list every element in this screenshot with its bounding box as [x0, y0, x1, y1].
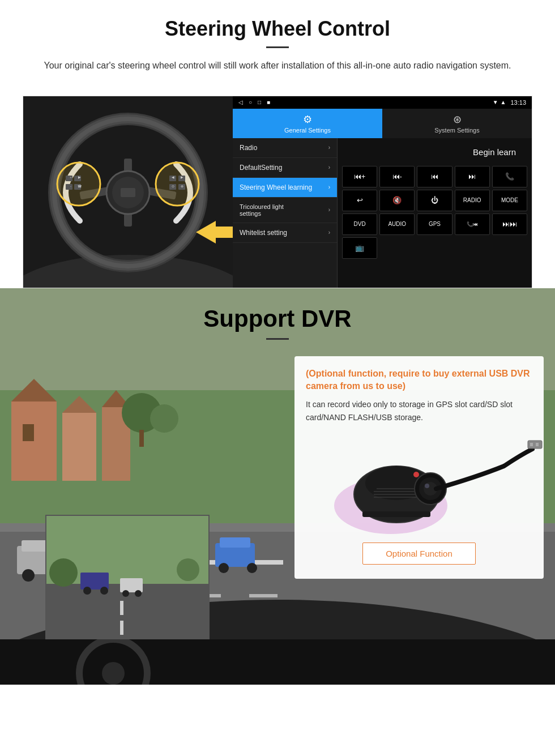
- dvr-body-text: It can record video only to storage in G…: [306, 398, 532, 424]
- dvr-background: Support DVR: [0, 288, 555, 685]
- svg-point-56: [219, 563, 229, 573]
- ctrl-mode[interactable]: MODE: [492, 190, 527, 211]
- status-time: 13:13: [510, 99, 526, 106]
- dvr-optional-text: (Optional function, require to buy exter…: [306, 368, 532, 393]
- svg-point-57: [247, 563, 257, 573]
- android-tabs: ⚙ General Settings ⊛ System Settings: [233, 109, 532, 138]
- svg-point-63: [22, 569, 35, 582]
- dvr-camera-visual: [306, 432, 532, 534]
- svg-rect-72: [120, 621, 123, 635]
- dvr-camera-svg: [306, 432, 544, 534]
- svg-text:⊕: ⊕: [181, 185, 183, 188]
- dvr-divider: [266, 338, 289, 340]
- dvr-section: Support DVR: [0, 288, 555, 685]
- signal-icon: ▲: [501, 99, 506, 105]
- ctrl-gps[interactable]: GPS: [417, 213, 452, 235]
- tab-general[interactable]: ⚙ General Settings: [233, 109, 382, 138]
- android-screen: ◁ ○ □ ■ ▼ ▲ 13:13 ⚙ General Settings ⊛ S…: [233, 96, 532, 288]
- controls-grid: ⏮+ ⏮- ⏮ ⏭ 📞 ↩ 🔇 ⏻ RADIO MODE DVD AUDIO G…: [342, 166, 527, 259]
- general-settings-icon: ⚙: [303, 113, 312, 126]
- tricoloured-chevron-icon: ›: [328, 207, 330, 213]
- menu-item-default[interactable]: DefaultSetting ›: [233, 158, 337, 178]
- ctrl-phone-prev[interactable]: 📞⏮: [455, 213, 490, 235]
- menu-tricoloured-label: Tricoloured lightsettings: [240, 203, 284, 217]
- steering-section: Steering Wheel Control Your original car…: [0, 0, 555, 96]
- default-chevron-icon: ›: [328, 164, 330, 170]
- menu-item-radio[interactable]: Radio ›: [233, 138, 337, 158]
- dvr-preview-screen: [45, 515, 210, 639]
- ctrl-phone[interactable]: 📞: [492, 166, 527, 187]
- svg-rect-35: [23, 424, 34, 441]
- ctrl-next-next[interactable]: ⏭⏭: [492, 213, 527, 235]
- svg-point-77: [122, 590, 129, 597]
- svg-rect-41: [139, 430, 144, 447]
- controls-panel: Begin learn ⏮+ ⏮- ⏮ ⏭ 📞 ↩ 🔇 ⏻ RADIO MODE…: [338, 138, 532, 288]
- menu-default-label: DefaultSetting: [240, 164, 282, 172]
- svg-point-78: [135, 590, 142, 597]
- svg-rect-96: [362, 511, 430, 517]
- svg-text:⊙: ⊙: [172, 185, 174, 188]
- svg-text:+: +: [70, 176, 72, 179]
- ctrl-vol-up[interactable]: ⏮+: [342, 166, 377, 187]
- nav-back-icon[interactable]: ◁: [238, 99, 243, 105]
- svg-rect-76: [120, 578, 143, 592]
- svg-point-21: [156, 163, 199, 206]
- ctrl-radio[interactable]: RADIO: [455, 190, 490, 211]
- svg-text:▶: ▶: [78, 176, 81, 179]
- steering-chevron-icon: ›: [328, 184, 330, 190]
- nav-recents-icon[interactable]: □: [258, 99, 261, 105]
- ctrl-vol-down[interactable]: ⏮-: [379, 166, 415, 187]
- dvr-title-overlay: Support DVR: [0, 288, 555, 345]
- svg-rect-11: [121, 188, 135, 197]
- svg-text:▶: ▶: [181, 176, 183, 179]
- nav-home-icon[interactable]: ○: [249, 99, 252, 105]
- svg-point-91: [425, 484, 429, 488]
- tab-system-label: System Settings: [434, 127, 479, 134]
- system-settings-icon: ⊛: [453, 113, 462, 126]
- begin-learn-row: Begin learn: [342, 143, 527, 161]
- steering-image-panel: + ▶ - ☎ ◀ ▶ ⊙ ⊕: [23, 96, 233, 288]
- svg-point-79: [49, 558, 78, 587]
- nav-menu-icon[interactable]: ■: [267, 99, 270, 105]
- svg-rect-71: [120, 601, 123, 615]
- svg-rect-49: [249, 594, 278, 597]
- menu-item-steering[interactable]: Steering Wheel learning ›: [233, 178, 337, 198]
- svg-text:-: -: [70, 185, 71, 188]
- svg-point-68: [102, 662, 125, 685]
- ctrl-audio[interactable]: AUDIO: [379, 213, 415, 235]
- ctrl-extra[interactable]: 📺: [342, 237, 377, 259]
- android-statusbar: ◁ ○ □ ■ ▼ ▲ 13:13: [233, 96, 532, 109]
- ctrl-power[interactable]: ⏻: [417, 190, 452, 211]
- svg-rect-93: [530, 443, 533, 446]
- ctrl-hangup[interactable]: ↩: [342, 190, 377, 211]
- steering-subtitle: Your original car's steering wheel contr…: [34, 58, 521, 73]
- menu-item-tricoloured[interactable]: Tricoloured lightsettings ›: [233, 198, 337, 223]
- menu-left: Radio › DefaultSetting › Steering Wheel …: [233, 138, 338, 288]
- svg-point-74: [83, 587, 91, 595]
- menu-radio-label: Radio: [240, 144, 257, 152]
- svg-point-42: [150, 404, 178, 433]
- wifi-icon: ▼: [493, 99, 498, 105]
- tab-general-label: General Settings: [284, 127, 331, 134]
- steering-wheel-svg: + ▶ - ☎ ◀ ▶ ⊙ ⊕: [23, 96, 233, 288]
- android-content: Radio › DefaultSetting › Steering Wheel …: [233, 138, 532, 288]
- svg-rect-92: [528, 441, 542, 449]
- begin-learn-button[interactable]: Begin learn: [462, 143, 527, 161]
- svg-rect-94: [536, 443, 539, 446]
- demo-area: + ▶ - ☎ ◀ ▶ ⊙ ⊕: [23, 96, 532, 288]
- svg-rect-55: [220, 537, 250, 548]
- ctrl-dvd[interactable]: DVD: [342, 213, 377, 235]
- ctrl-next[interactable]: ⏭: [455, 166, 490, 187]
- tab-system[interactable]: ⊛ System Settings: [382, 109, 532, 138]
- svg-point-80: [177, 558, 199, 581]
- svg-text:◀: ◀: [172, 176, 174, 179]
- ctrl-prev[interactable]: ⏮: [417, 166, 452, 187]
- preview-scene-svg: [46, 516, 210, 639]
- svg-rect-15: [66, 184, 72, 190]
- menu-steering-label: Steering Wheel learning: [240, 183, 312, 191]
- ctrl-mute[interactable]: 🔇: [379, 190, 415, 211]
- dvr-title: Support DVR: [0, 305, 555, 332]
- radio-chevron-icon: ›: [328, 144, 330, 151]
- menu-item-whitelist[interactable]: Whitelist setting ›: [233, 223, 337, 243]
- optional-function-button[interactable]: Optional Function: [362, 543, 476, 565]
